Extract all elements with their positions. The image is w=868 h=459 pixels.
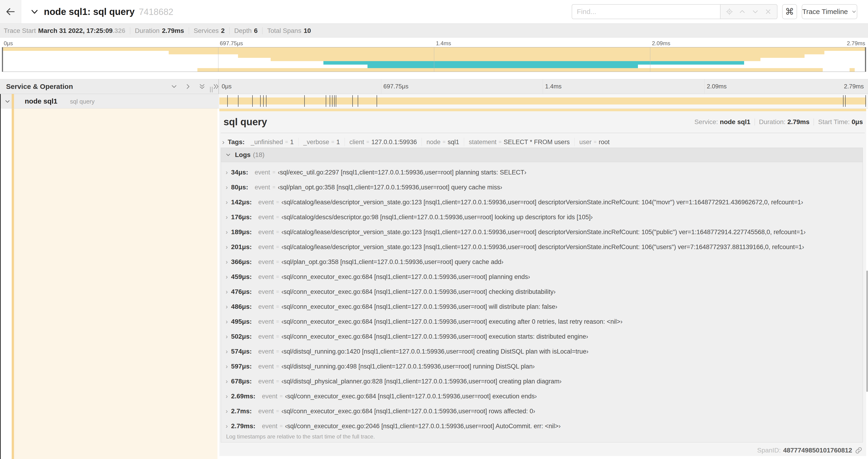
minimap-right-handle[interactable] bbox=[865, 47, 866, 72]
trace-minimap[interactable] bbox=[2, 47, 866, 72]
log-row[interactable]: › 176μs: event = ‹sql/catalog/descs/desc… bbox=[221, 210, 863, 225]
find-next-icon[interactable] bbox=[751, 8, 759, 15]
chevron-right-icon: › bbox=[226, 214, 228, 220]
log-marker[interactable] bbox=[326, 95, 326, 107]
log-row[interactable]: › 597μs: event = ‹sql/distsql_running.go… bbox=[221, 359, 863, 374]
tag-value: 1 bbox=[337, 138, 340, 146]
minimap-canvas[interactable] bbox=[2, 47, 866, 72]
trace-title: node sql1: sql query bbox=[44, 6, 135, 17]
log-field-key: event bbox=[258, 199, 274, 206]
minimap-tick-labels: 0μs697.75μs1.4ms2.09ms2.79ms bbox=[0, 38, 868, 47]
log-marker[interactable] bbox=[266, 95, 267, 107]
log-marker[interactable] bbox=[238, 95, 239, 107]
log-marker[interactable] bbox=[843, 95, 843, 107]
deep-link-icon[interactable] bbox=[855, 447, 862, 454]
span-detail-panel: sql query Service: node sql1 Duration: 2… bbox=[219, 111, 866, 456]
total-spans-value: 10 bbox=[304, 27, 311, 35]
keyboard-shortcuts-button[interactable]: ⌘ bbox=[782, 4, 797, 19]
collapse-one-icon[interactable] bbox=[170, 83, 178, 90]
log-marker[interactable] bbox=[252, 95, 253, 107]
log-row[interactable]: › 201μs: event = ‹sql/catalog/lease/desc… bbox=[221, 239, 863, 255]
log-field-value: ‹sql/plan_opt.go:358 [nsql1,client=127.0… bbox=[278, 184, 502, 191]
log-row[interactable]: › 366μs: event = ‹sql/plan_opt.go:358 [n… bbox=[221, 255, 863, 269]
equals-sign: = bbox=[499, 139, 502, 145]
span-row-name-cell[interactable]: node sql1 sql query bbox=[0, 94, 219, 108]
find-prev-icon[interactable] bbox=[739, 8, 746, 15]
log-timestamp: 495μs: bbox=[231, 318, 252, 325]
find-input[interactable] bbox=[572, 4, 720, 19]
tag-value: SELECT * FROM users bbox=[504, 138, 570, 146]
log-field-value: ‹sql/conn_executor_exec.go:684 [nsql1,cl… bbox=[281, 303, 557, 310]
log-marker[interactable] bbox=[304, 95, 305, 107]
chevron-right-icon: › bbox=[226, 199, 228, 205]
chevron-right-icon: › bbox=[226, 229, 228, 235]
services-label: Services bbox=[194, 27, 219, 35]
log-marker[interactable] bbox=[336, 95, 336, 107]
minimap-span-bar bbox=[238, 54, 805, 58]
log-marker[interactable] bbox=[332, 95, 333, 107]
view-selector-button[interactable]: Trace Timeline bbox=[802, 4, 857, 19]
log-field-key: event bbox=[258, 348, 274, 355]
minimap-tick-label: 2.79ms bbox=[847, 40, 865, 47]
log-row[interactable]: › 678μs: event = ‹sql/distsql_physical_p… bbox=[221, 374, 863, 389]
span-collapse-chevron[interactable] bbox=[4, 98, 11, 105]
minimap-left-handle[interactable] bbox=[2, 47, 3, 72]
logs-section-toggle[interactable]: Logs (18) bbox=[221, 148, 863, 162]
log-row[interactable]: › 2.69ms: event = ‹sql/conn_executor_exe… bbox=[221, 389, 863, 404]
column-resizer-grip[interactable] bbox=[210, 87, 213, 92]
equals-sign: = bbox=[443, 139, 446, 145]
tags-section-toggle[interactable]: › Tags: _unfinished = 1 _verbose = 1 cli… bbox=[222, 136, 614, 147]
log-row[interactable]: › 80μs: event = ‹sql/plan_opt.go:358 [ns… bbox=[221, 180, 863, 195]
detail-left-gutter bbox=[1, 108, 12, 459]
log-row[interactable]: › 502μs: event = ‹sql/conn_executor_exec… bbox=[221, 329, 863, 344]
log-marker[interactable] bbox=[260, 95, 260, 107]
log-field-value: ‹sql/conn_executor_exec.go:684 [nsql1,cl… bbox=[281, 273, 530, 281]
locate-icon[interactable] bbox=[726, 8, 733, 15]
log-timestamp: 34μs: bbox=[231, 169, 248, 176]
back-button[interactable] bbox=[0, 0, 21, 23]
log-row[interactable]: › 142μs: event = ‹sql/catalog/lease/desc… bbox=[221, 195, 863, 210]
timeline-tick-label: 0μs bbox=[222, 79, 231, 94]
chevron-right-icon: › bbox=[226, 318, 228, 325]
chevron-right-icon: › bbox=[226, 363, 228, 370]
tag-value: sql1 bbox=[448, 138, 459, 146]
log-row[interactable]: › 34μs: event = ‹sql/exec_util.go:2297 [… bbox=[221, 165, 863, 180]
log-marker[interactable] bbox=[358, 95, 358, 107]
log-row[interactable]: › 2.79ms: event = ‹sql/conn_executor_exe… bbox=[221, 419, 863, 434]
trace-collapse-toggle[interactable] bbox=[30, 7, 39, 16]
log-row[interactable]: › 189μs: event = ‹sql/catalog/lease/desc… bbox=[221, 225, 863, 239]
log-timestamp: 476μs: bbox=[231, 288, 252, 296]
tag-key: _verbose bbox=[303, 138, 329, 146]
find-clear-icon[interactable] bbox=[765, 8, 772, 15]
trace-info-bar: Trace Start March 31 2022, 17:25:09.326 … bbox=[0, 23, 868, 38]
log-row[interactable]: › 495μs: event = ‹sql/conn_executor_exec… bbox=[221, 314, 863, 329]
log-field-value: ‹sql/catalog/descs/descriptor.go:98 [nsq… bbox=[281, 214, 593, 221]
log-marker[interactable] bbox=[334, 95, 335, 107]
log-row[interactable]: › 476μs: event = ‹sql/conn_executor_exec… bbox=[221, 284, 863, 299]
duration-label: Duration bbox=[135, 27, 160, 35]
log-row[interactable]: › 486μs: event = ‹sql/conn_executor_exec… bbox=[221, 299, 863, 314]
log-field-value: ‹sql/exec_util.go:2297 [nsql1,client=127… bbox=[278, 169, 526, 176]
logs-count: (18) bbox=[253, 151, 265, 159]
log-row[interactable]: › 2.7ms: event = ‹sql/conn_executor_exec… bbox=[221, 404, 863, 419]
log-marker[interactable] bbox=[377, 95, 377, 107]
log-marker[interactable] bbox=[227, 95, 228, 107]
log-marker[interactable] bbox=[330, 95, 330, 107]
depth-label: Depth bbox=[234, 27, 252, 35]
log-marker[interactable] bbox=[352, 95, 353, 107]
log-marker[interactable] bbox=[263, 95, 264, 107]
expand-one-icon[interactable] bbox=[184, 83, 192, 90]
logs-list: › 34μs: event = ‹sql/exec_util.go:2297 [… bbox=[221, 162, 863, 434]
equals-sign: = bbox=[331, 139, 334, 145]
equals-sign: = bbox=[276, 289, 279, 295]
log-field-key: event bbox=[262, 393, 277, 400]
log-marker[interactable] bbox=[865, 95, 866, 107]
log-marker[interactable] bbox=[845, 95, 846, 107]
log-row[interactable]: › 574μs: event = ‹sql/distsql_running.go… bbox=[221, 344, 863, 359]
equals-sign: = bbox=[276, 363, 279, 369]
log-field-value: ‹sql/conn_executor_exec.go:684 [nsql1,cl… bbox=[285, 393, 537, 400]
log-row[interactable]: › 459μs: event = ‹sql/conn_executor_exec… bbox=[221, 269, 863, 284]
vertical-scrollbar-thumb[interactable] bbox=[866, 270, 868, 392]
span-duration-bar[interactable] bbox=[219, 97, 866, 104]
collapse-all-icon[interactable] bbox=[198, 83, 206, 90]
